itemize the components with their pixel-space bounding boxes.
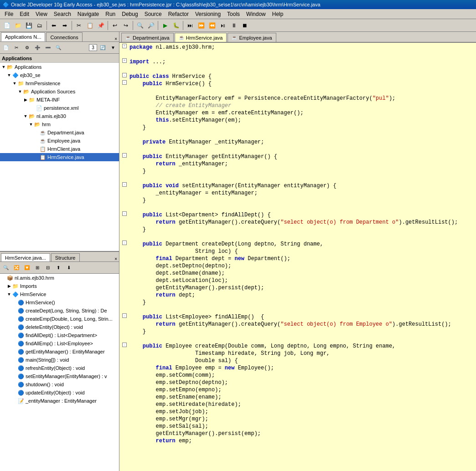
toggle-nl-amis-ejb30[interactable]: ▼ <box>23 113 28 119</box>
tree-node-hrmclient-java[interactable]: 📋 HrmClient.java <box>0 145 119 153</box>
fold-38[interactable]: - <box>121 313 128 318</box>
fold-42[interactable]: - <box>121 343 128 347</box>
tree-node-employee-java[interactable]: ☕ Employee.java <box>0 137 119 145</box>
debug-button[interactable]: 🐛 <box>171 20 181 31</box>
expand-all-button[interactable]: ⊞ <box>32 263 42 273</box>
tree-node-department-java[interactable]: ☕ Department.java <box>0 128 119 137</box>
sync-button[interactable]: 🔄 <box>98 43 108 53</box>
bottom-node-findalldept[interactable]: 🔵 findAllDept() : List<Department> <box>0 331 119 339</box>
cut-button[interactable]: ✂ <box>74 20 84 31</box>
navigate-down-button[interactable]: ⬇ <box>64 263 74 273</box>
bottom-node-getentitymanager[interactable]: 🔵 getEntityManager() : EntityManager <box>0 348 119 356</box>
tree-node-appsources[interactable]: ▼ 📂 Application Sources <box>0 87 119 96</box>
tab-structure[interactable]: Structure <box>51 253 80 261</box>
fold-24[interactable]: - <box>121 211 128 216</box>
bottom-node-constructor[interactable]: 🔵 HrmService() <box>0 298 119 307</box>
tab-applications-navigator[interactable]: Applications N... <box>1 32 45 41</box>
filter-button[interactable]: 🔍 <box>53 43 63 53</box>
fold-1[interactable]: + <box>121 44 128 48</box>
collapse-all-button[interactable]: ⊟ <box>43 263 53 273</box>
menu-refactor[interactable]: Refactor <box>166 10 191 18</box>
redo-button[interactable]: ↪ <box>121 20 131 31</box>
resume-button[interactable]: ⏯ <box>218 20 228 31</box>
toggle-hrmpersistence[interactable]: ▼ <box>12 81 17 86</box>
fold-3[interactable]: + <box>121 58 128 63</box>
fold-16[interactable]: - <box>121 153 128 158</box>
toggle-applications[interactable]: ▼ <box>1 64 6 70</box>
bottom-node-createdept[interactable]: 🔵 createDept(Long, String, String) : De <box>0 307 119 315</box>
save-all-button[interactable]: 🗂 <box>35 20 45 31</box>
save-button[interactable]: 💾 <box>24 20 34 31</box>
menu-view[interactable]: View <box>33 10 50 18</box>
properties-button[interactable]: ⚙ <box>22 43 32 53</box>
menu-debug[interactable]: Debug <box>119 10 140 18</box>
find-usages-button[interactable]: 🔍 <box>1 263 11 273</box>
sort-button[interactable]: 🔀 <box>11 263 21 273</box>
toggle-hrm-folder[interactable]: ▼ <box>28 122 34 127</box>
left-panel-close-button[interactable]: × <box>114 36 118 41</box>
bottom-node-hrmservice-class[interactable]: ▼ 🔷 HrmService <box>0 290 119 298</box>
step-over-button[interactable]: ⏩ <box>196 20 206 31</box>
tree-node-hrmpersistence[interactable]: ▼ 📁 hrmPersistence <box>0 79 119 87</box>
bottom-node-findallemp[interactable]: 🔵 findAllEmp() : List<Employee> <box>0 339 119 348</box>
step-into-button[interactable]: ⏭ <box>185 20 195 31</box>
navigate-up-button[interactable]: ⬆ <box>53 263 63 273</box>
menu-run[interactable]: Run <box>103 10 118 18</box>
filter-bottom-button[interactable]: 🔽 <box>22 263 32 273</box>
menu-help[interactable]: Help <box>269 10 286 18</box>
bottom-node-createemp[interactable]: 🔵 createEmp(Double, Long, Long, Strin... <box>0 315 119 323</box>
forward-button[interactable]: ➡ <box>60 20 70 31</box>
new-button[interactable]: 📄 <box>2 20 12 31</box>
bottom-node-main[interactable]: 🔵 main(String[]) : void <box>0 356 119 364</box>
terminate-button[interactable]: ⏹ <box>240 20 250 31</box>
toggle-imports[interactable]: ▶ <box>6 283 12 289</box>
menu-tools[interactable]: Tools <box>224 10 243 18</box>
new-app-button[interactable]: 📄 <box>1 43 11 53</box>
tree-node-hrmservice-java[interactable]: 📋 HrmService.java <box>0 153 119 161</box>
toggle-hrmservice-class[interactable]: ▼ <box>6 292 12 297</box>
tree-node-persistence-xml[interactable]: 📄 persistence.xml <box>0 104 119 112</box>
tree-node-metainf[interactable]: ▶ 📁 META-INF <box>0 96 119 104</box>
tab-connections[interactable]: Connections <box>46 32 82 41</box>
bottom-node-refreshentity[interactable]: 🔵 refreshEntity(Object) : void <box>0 364 119 372</box>
tab-hrmservice-java[interactable]: ☕ HrmService.java <box>175 33 227 42</box>
tree-node-hrm-folder[interactable]: ▼ 📂 hrm <box>0 120 119 128</box>
tree-node-applications[interactable]: ▼ 📂 Applications <box>0 63 119 71</box>
fold-20[interactable]: - <box>121 182 128 187</box>
bottom-node-setentitymanager[interactable]: 🔵 setEntityManager(EntityManager) : v <box>0 372 119 380</box>
copy-button[interactable]: 📋 <box>85 20 95 31</box>
tab-employee-java[interactable]: ☕ Employee.java <box>228 33 276 42</box>
menu-edit[interactable]: Edit <box>17 10 32 18</box>
run-button[interactable]: ▶ <box>160 20 170 31</box>
fold-6[interactable]: - <box>121 80 128 85</box>
expand-button[interactable]: ➕ <box>32 43 42 53</box>
menu-file[interactable]: File <box>2 10 16 18</box>
toggle-appsources[interactable]: ▼ <box>17 89 23 94</box>
step-out-button[interactable]: ⏪ <box>207 20 217 31</box>
collapse-button[interactable]: ➖ <box>43 43 53 53</box>
bottom-node-package[interactable]: 📦 nl.amis.ejb30.hrm <box>0 274 119 282</box>
bottom-node-shutdown[interactable]: 🔵 shutdown() : void <box>0 380 119 389</box>
open-button[interactable]: 📁 <box>13 20 23 31</box>
toggle-metainf[interactable]: ▶ <box>23 97 28 102</box>
paste-button[interactable]: 📌 <box>96 20 106 31</box>
tab-hrmservice-structure[interactable]: HrmService.java... <box>1 253 50 261</box>
menu-versioning[interactable]: Versioning <box>192 10 223 18</box>
tab-department-java[interactable]: ☕ Department.java <box>121 33 174 42</box>
bottom-node-entitymanager-field[interactable]: 📝 _entityManager : EntityManager <box>0 397 119 405</box>
menu-window[interactable]: Window <box>243 10 269 18</box>
toggle-ejb30se[interactable]: ▼ <box>6 72 12 78</box>
pause-button[interactable]: ⏸ <box>229 20 239 31</box>
tree-node-ejb30se[interactable]: ▼ 🔷 ejb30_se <box>0 71 119 79</box>
delete-app-button[interactable]: ✂ <box>11 43 21 53</box>
fold-28[interactable]: - <box>121 241 128 245</box>
search-button[interactable]: 🔍 <box>135 20 145 31</box>
more-button[interactable]: ▼ <box>108 43 118 53</box>
bottom-node-deleteentity[interactable]: 🔵 deleteEntity(Object) : void <box>0 323 119 331</box>
bottom-node-updateentity[interactable]: 🔵 updateEntity(Object) : void <box>0 389 119 397</box>
menu-navigate[interactable]: Navigate <box>75 10 102 18</box>
undo-button[interactable]: ↩ <box>110 20 120 31</box>
fold-5[interactable]: - <box>121 73 128 77</box>
code-editor[interactable]: + package nl.amis.ejb30.hrm; + import ..… <box>119 43 476 471</box>
back-button[interactable]: ⬅ <box>49 20 59 31</box>
